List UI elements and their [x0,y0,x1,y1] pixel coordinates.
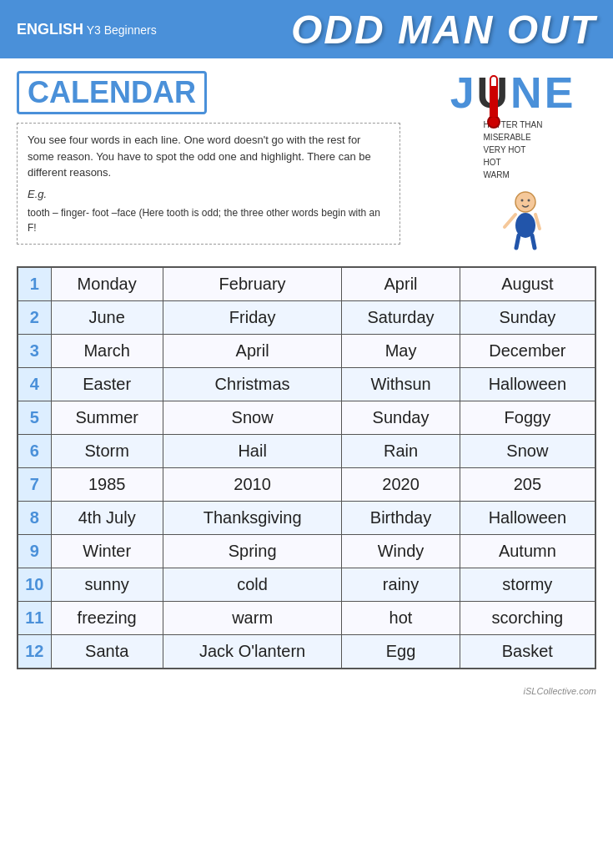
word-cell-11-4: scorching [460,602,595,635]
table-row: 6StormHailRainSnow [18,435,595,468]
example-label: E.g. [28,186,389,203]
header-subject: ENGLISH Y3 Beginners [17,21,157,38]
word-cell-9-1: Winter [51,535,163,568]
word-cell-9-2: Spring [163,535,342,568]
word-cell-3-1: March [51,335,163,368]
table-row: 3MarchAprilMayDecember [18,335,595,368]
letter-N: N [510,68,545,117]
table-row: 5SummerSnowSundayFoggy [18,401,595,435]
svg-point-6 [521,199,524,202]
word-cell-8-1: 4th July [51,502,163,535]
table-row: 4EasterChristmasWithsunHalloween [18,368,595,401]
row-number: 11 [18,602,51,635]
word-cell-10-1: sunny [51,568,163,602]
word-cell-4-3: Withsun [342,368,460,401]
row-number: 7 [18,468,51,502]
level-label: Y3 Beginners [87,23,157,37]
word-cell-12-2: Jack O'lantern [163,635,342,669]
word-cell-2-4: Sunday [460,301,595,335]
word-cell-12-3: Egg [342,635,460,669]
word-cell-11-3: hot [342,602,460,635]
word-cell-5-1: Summer [51,401,163,435]
word-cell-7-4: 205 [460,468,595,502]
word-cell-10-3: rainy [342,568,460,602]
word-cell-11-1: freezing [51,602,163,635]
row-number: 12 [18,635,51,669]
table-row: 2JuneFridaySaturdaySunday [18,301,595,335]
subject-label: ENGLISH [17,21,83,38]
word-cell-9-4: Autumn [460,535,595,568]
main-content: CALENDAR You see four words in each line… [0,58,613,682]
header: ENGLISH Y3 Beginners ODD MAN OUT [0,0,613,58]
table-row: 84th JulyThanksgivingBirthdayHalloween [18,502,595,535]
row-number: 3 [18,335,51,368]
thermo-label-4: HOT [484,156,543,169]
word-cell-5-4: Foggy [460,401,595,435]
word-cell-5-2: Snow [163,401,342,435]
word-cell-2-2: Friday [163,301,342,335]
svg-line-5 [532,235,535,248]
word-cell-3-3: May [342,335,460,368]
word-cell-2-3: Saturday [342,301,460,335]
word-cell-7-1: 1985 [51,468,163,502]
instructions-box: You see four words in each line. One wor… [17,123,400,245]
example-text: tooth – finger- foot –face (Here tooth i… [28,205,389,235]
word-cell-1-1: Monday [51,267,163,301]
word-cell-2-1: June [51,301,163,335]
word-cell-1-4: August [460,267,595,301]
word-cell-9-3: Windy [342,535,460,568]
table-row: 11freezingwarmhotscorching [18,602,595,635]
word-cell-10-2: cold [163,568,342,602]
word-cell-4-1: Easter [51,368,163,401]
june-illustration: J U NE HOTTER THAN MISERABLE [430,71,596,254]
svg-point-0 [515,192,535,212]
row-number: 2 [18,301,51,335]
row-number: 6 [18,435,51,468]
row-number: 8 [18,502,51,535]
letter-J: J [450,68,477,117]
svg-point-7 [528,199,530,202]
thermo-label-5: WARM [484,169,543,181]
footer: iSLCollective.com [0,682,613,700]
row-number: 4 [18,368,51,401]
svg-line-4 [516,235,519,248]
june-wrapper: J U NE HOTTER THAN MISERABLE [430,71,596,254]
word-cell-3-4: December [460,335,595,368]
word-cell-1-2: February [163,267,342,301]
word-cell-1-3: April [342,267,460,301]
row-number: 10 [18,568,51,602]
header-title: ODD MAN OUT [291,7,596,53]
letter-E: E [545,68,576,117]
letter-U: U [477,71,511,114]
footer-text: iSLCollective.com [524,686,596,696]
calendar-left: CALENDAR You see four words in each line… [17,71,413,245]
word-cell-3-2: April [163,335,342,368]
word-cell-8-4: Halloween [460,502,595,535]
table-row: 12SantaJack O'lanternEggBasket [18,635,595,669]
instructions-text: You see four words in each line. One wor… [28,132,389,181]
word-cell-6-1: Storm [51,435,163,468]
june-label: J U NE [450,71,576,114]
word-cell-6-4: Snow [460,435,595,468]
table-row: 7198520102020205 [18,468,595,502]
word-cell-7-3: 2020 [342,468,460,502]
svg-line-3 [535,214,540,229]
word-cell-4-4: Halloween [460,368,595,401]
character-svg [480,185,546,252]
word-cell-6-2: Hail [163,435,342,468]
row-number: 5 [18,401,51,435]
word-cell-4-2: Christmas [163,368,342,401]
row-number: 9 [18,535,51,568]
svg-line-2 [505,214,515,227]
worksheet-table: 1MondayFebruaryAprilAugust2JuneFridaySat… [17,266,596,669]
word-cell-11-2: warm [163,602,342,635]
word-cell-12-1: Santa [51,635,163,669]
row-number: 1 [18,267,51,301]
word-cell-12-4: Basket [460,635,595,669]
word-cell-7-2: 2010 [163,468,342,502]
table-row: 1MondayFebruaryAprilAugust [18,267,595,301]
word-cell-6-3: Rain [342,435,460,468]
thermo-label-3: VERY HOT [484,144,543,156]
section-title: CALENDAR [17,71,207,114]
word-cell-5-3: Sunday [342,401,460,435]
